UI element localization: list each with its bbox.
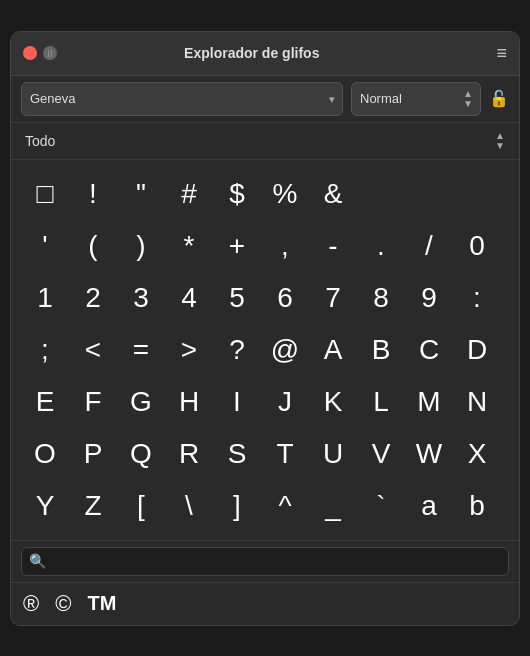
glyph-cell[interactable]: ,: [261, 220, 309, 272]
font-selector-row: Geneva Arial Helvetica ▾ Normal Bold Ita…: [11, 76, 519, 123]
glyph-cell[interactable]: O: [21, 428, 69, 480]
font-style-select[interactable]: Normal Bold Italic: [351, 82, 481, 116]
glyph-cell[interactable]: S: [213, 428, 261, 480]
glyph-cell[interactable]: ": [117, 168, 165, 220]
glyph-cell[interactable]: 9: [405, 272, 453, 324]
glyph-cell[interactable]: X: [453, 428, 501, 480]
glyph-row: 123456789:: [21, 272, 509, 324]
search-input[interactable]: [21, 547, 509, 576]
glyph-cell[interactable]: ): [117, 220, 165, 272]
glyph-cell[interactable]: L: [357, 376, 405, 428]
panel-title: Explorador de glifos: [10, 45, 496, 61]
glyph-cell[interactable]: T: [261, 428, 309, 480]
lock-icon[interactable]: 🔓: [489, 89, 509, 108]
glyph-row: □!"#$%&: [21, 168, 509, 220]
glyph-cell[interactable]: $: [213, 168, 261, 220]
glyph-cell[interactable]: 8: [357, 272, 405, 324]
special-chars-row: ® © TM: [11, 582, 519, 625]
glyph-cell[interactable]: C: [405, 324, 453, 376]
glyph-cell[interactable]: [: [117, 480, 165, 532]
glyph-cell[interactable]: ': [21, 220, 69, 272]
glyph-cell[interactable]: G: [117, 376, 165, 428]
glyph-cell[interactable]: #: [165, 168, 213, 220]
glyph-cell[interactable]: (: [69, 220, 117, 272]
glyph-cell[interactable]: ;: [21, 324, 69, 376]
search-wrapper: 🔍: [21, 547, 509, 576]
glyph-cell[interactable]: `: [357, 480, 405, 532]
glyph-cell[interactable]: ]: [213, 480, 261, 532]
category-select[interactable]: Todo Letras Números Símbolos: [21, 129, 509, 153]
glyph-grid: □!"#$%&'()*+,-./0123456789:;<=>?@ABCDEFG…: [11, 160, 519, 540]
glyph-cell[interactable]: 0: [453, 220, 501, 272]
titlebar: ⏸ Explorador de glifos ≡: [11, 32, 519, 76]
glyph-cell[interactable]: 7: [309, 272, 357, 324]
glyph-cell[interactable]: .: [357, 220, 405, 272]
glyph-cell[interactable]: @: [261, 324, 309, 376]
glyph-cell[interactable]: E: [21, 376, 69, 428]
glyph-explorer-panel: ⏸ Explorador de glifos ≡ Geneva Arial He…: [10, 31, 520, 626]
glyph-cell[interactable]: !: [69, 168, 117, 220]
glyph-cell[interactable]: <: [69, 324, 117, 376]
glyph-cell[interactable]: F: [69, 376, 117, 428]
glyph-cell[interactable]: B: [357, 324, 405, 376]
glyph-cell[interactable]: 3: [117, 272, 165, 324]
glyph-cell[interactable]: :: [453, 272, 501, 324]
glyph-row: '()*+,-./0: [21, 220, 509, 272]
glyph-cell[interactable]: _: [309, 480, 357, 532]
glyph-cell[interactable]: /: [405, 220, 453, 272]
glyph-row: ;<=>?@ABCD: [21, 324, 509, 376]
glyph-cell[interactable]: D: [453, 324, 501, 376]
glyph-cell[interactable]: J: [261, 376, 309, 428]
font-style-selector[interactable]: Normal Bold Italic ▲▼: [351, 82, 481, 116]
glyph-cell[interactable]: *: [165, 220, 213, 272]
glyph-cell[interactable]: 4: [165, 272, 213, 324]
glyph-row: EFGHIJKLMN: [21, 376, 509, 428]
search-icon: 🔍: [29, 553, 46, 569]
glyph-cell[interactable]: a: [405, 480, 453, 532]
glyph-cell[interactable]: P: [69, 428, 117, 480]
glyph-cell[interactable]: &: [309, 168, 357, 220]
special-char-trademark[interactable]: TM: [87, 592, 116, 615]
glyph-cell[interactable]: \: [165, 480, 213, 532]
search-row: 🔍: [11, 540, 519, 582]
glyph-cell[interactable]: %: [261, 168, 309, 220]
menu-icon[interactable]: ≡: [496, 43, 507, 64]
glyph-cell[interactable]: Y: [21, 480, 69, 532]
glyph-cell[interactable]: b: [453, 480, 501, 532]
glyph-cell[interactable]: V: [357, 428, 405, 480]
special-char-registered[interactable]: ®: [23, 591, 39, 617]
glyph-cell[interactable]: R: [165, 428, 213, 480]
glyph-row: YZ[\]^_`ab: [21, 480, 509, 532]
glyph-cell[interactable]: 6: [261, 272, 309, 324]
category-row: Todo Letras Números Símbolos ▲▼: [11, 123, 519, 160]
glyph-cell[interactable]: >: [165, 324, 213, 376]
glyph-cell[interactable]: 5: [213, 272, 261, 324]
font-family-select[interactable]: Geneva Arial Helvetica: [21, 82, 343, 116]
glyph-cell[interactable]: Q: [117, 428, 165, 480]
glyph-cell[interactable]: Z: [69, 480, 117, 532]
glyph-cell[interactable]: A: [309, 324, 357, 376]
glyph-cell[interactable]: H: [165, 376, 213, 428]
glyph-cell[interactable]: -: [309, 220, 357, 272]
glyph-cell[interactable]: N: [453, 376, 501, 428]
special-char-copyright[interactable]: ©: [55, 591, 71, 617]
glyph-cell[interactable]: +: [213, 220, 261, 272]
glyph-cell[interactable]: M: [405, 376, 453, 428]
glyph-cell[interactable]: K: [309, 376, 357, 428]
glyph-cell[interactable]: □: [21, 168, 69, 220]
glyph-cell[interactable]: I: [213, 376, 261, 428]
category-selector[interactable]: Todo Letras Números Símbolos ▲▼: [21, 129, 509, 153]
glyph-row: OPQRSTUVWX: [21, 428, 509, 480]
glyph-cell[interactable]: =: [117, 324, 165, 376]
glyph-cell[interactable]: W: [405, 428, 453, 480]
font-family-selector[interactable]: Geneva Arial Helvetica ▾: [21, 82, 343, 116]
glyph-cell[interactable]: 1: [21, 272, 69, 324]
glyph-cell[interactable]: ?: [213, 324, 261, 376]
glyph-cell[interactable]: U: [309, 428, 357, 480]
glyph-cell[interactable]: 2: [69, 272, 117, 324]
glyph-cell[interactable]: ^: [261, 480, 309, 532]
